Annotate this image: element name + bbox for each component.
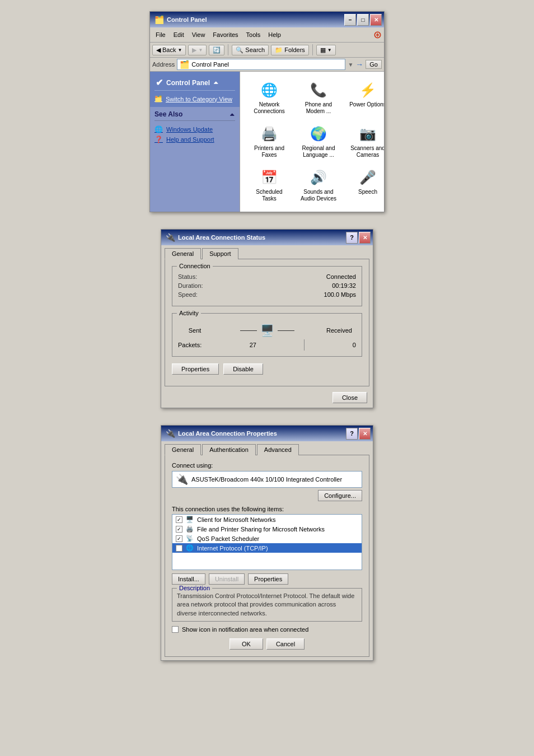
power-options-label: Power Options bbox=[349, 101, 384, 108]
toolbar: ◀ Back ▼ ▶ ▼ 🔄 🔍 Search 📁 Folders ▦ ▼ bbox=[150, 43, 384, 58]
sounds-audio-label: Sounds andAudio Devices bbox=[301, 189, 336, 202]
tab-support[interactable]: Support bbox=[202, 248, 238, 259]
props-properties-button[interactable]: Properties bbox=[248, 573, 288, 585]
tab-general[interactable]: General bbox=[165, 248, 201, 259]
control-panel-title-bar: 🗂️ Control Panel – □ ✕ bbox=[150, 12, 384, 27]
icon-regional-language[interactable]: 🌍 Regional andLanguage ... bbox=[296, 122, 341, 161]
address-bar: Address 🗂️ Control Panel ▼ → Go bbox=[150, 58, 384, 72]
file-printer-checkbox[interactable] bbox=[176, 526, 182, 533]
list-item-qos[interactable]: 📡 QoS Packet Scheduler bbox=[172, 534, 362, 543]
help-support-label: Help and Support bbox=[166, 136, 214, 143]
ok-cancel-row: OK Cancel bbox=[172, 638, 362, 650]
windows-update-label: Windows Update bbox=[166, 126, 213, 133]
switch-view-link[interactable]: 🗂️ Switch to Category View bbox=[154, 94, 235, 104]
go-button[interactable]: Go bbox=[366, 60, 382, 69]
properties-button[interactable]: Properties bbox=[172, 363, 219, 375]
address-input[interactable]: 🗂️ Control Panel bbox=[177, 59, 345, 70]
address-cp-icon: 🗂️ bbox=[180, 60, 189, 69]
status-window-icon: 🔌 bbox=[166, 233, 175, 242]
props-help-button[interactable]: ? bbox=[346, 428, 358, 440]
sent-packets-area: 27 bbox=[250, 342, 256, 348]
icon-network-connections[interactable]: 🌐 NetworkConnections bbox=[247, 78, 292, 118]
items-list[interactable]: 🖥️ Client for Microsoft Networks 🖨️ File… bbox=[172, 514, 362, 570]
icon-scheduled-tasks[interactable]: 📅 ScheduledTasks bbox=[247, 166, 292, 205]
configure-button[interactable]: Configure... bbox=[318, 490, 362, 501]
activity-group-label: Activity bbox=[177, 310, 201, 316]
control-panel-title: Control Panel bbox=[167, 16, 207, 23]
qos-label: QoS Packet Scheduler bbox=[197, 535, 259, 542]
windows-update-link[interactable]: 🌐 Windows Update bbox=[154, 124, 235, 134]
speed-value: 100.0 Mbps bbox=[324, 291, 356, 298]
folders-icon: 📁 bbox=[275, 46, 283, 54]
menu-tools[interactable]: Tools bbox=[243, 30, 264, 39]
client-checkbox[interactable] bbox=[176, 516, 182, 523]
status-label: Status: bbox=[178, 273, 197, 280]
menu-file[interactable]: File bbox=[152, 30, 169, 39]
forward-dropdown-icon: ▼ bbox=[198, 48, 203, 53]
show-icon-checkbox[interactable] bbox=[172, 626, 179, 633]
props-tab-content: Connect using: 🔌 ASUSTeK/Broadcom 440x 1… bbox=[165, 455, 369, 657]
view-button[interactable]: ▦ ▼ bbox=[316, 45, 336, 55]
forward-button[interactable]: ▶ ▼ bbox=[188, 45, 207, 55]
connect-device-display: 🔌 ASUSTeK/Broadcom 440x 10/100 Integrate… bbox=[172, 471, 362, 488]
qos-checkbox[interactable] bbox=[176, 535, 182, 542]
speech-icon: 🎤 bbox=[359, 169, 377, 186]
file-printer-label: File and Printer Sharing for Microsoft N… bbox=[197, 526, 325, 533]
activity-center: 🖥️ bbox=[240, 324, 294, 337]
help-button[interactable]: ? bbox=[346, 232, 358, 244]
cp-body: ✔ Control Panel ⏶ 🗂️ Switch to Category … bbox=[150, 72, 384, 212]
back-button[interactable]: ◀ Back ▼ bbox=[152, 45, 186, 55]
minimize-button[interactable]: – bbox=[344, 14, 356, 26]
restore-button[interactable]: □ bbox=[357, 14, 369, 26]
regional-language-icon: 🌍 bbox=[310, 125, 327, 143]
disable-button[interactable]: Disable bbox=[223, 363, 263, 375]
refresh-button[interactable]: 🔄 bbox=[209, 45, 224, 55]
menu-edit[interactable]: Edit bbox=[170, 30, 188, 39]
activity-header-row: Sent 🖥️ Received bbox=[178, 324, 356, 337]
switch-view-label: Switch to Category View bbox=[166, 96, 232, 102]
description-label: Description bbox=[177, 585, 212, 591]
menu-favorites[interactable]: Favorites bbox=[209, 30, 241, 39]
address-dropdown-icon[interactable]: ▼ bbox=[348, 62, 353, 68]
uninstall-button[interactable]: Uninstall bbox=[209, 573, 245, 585]
tcp-ip-checkbox[interactable] bbox=[176, 545, 182, 552]
status-close-button[interactable]: ✕ bbox=[359, 232, 371, 244]
cp-chevron-icon[interactable]: ⏶ bbox=[213, 80, 219, 86]
search-button[interactable]: 🔍 Search bbox=[232, 45, 269, 55]
status-value: Connected bbox=[326, 273, 356, 280]
connection-group-label: Connection bbox=[177, 263, 213, 269]
icon-speech[interactable]: 🎤 Speech bbox=[345, 166, 384, 205]
props-close-button[interactable]: ✕ bbox=[359, 428, 371, 440]
items-label: This connection uses the following items… bbox=[172, 506, 362, 512]
cp-icons-grid: 🌐 NetworkConnections 📞 Phone andModem ..… bbox=[245, 76, 380, 207]
help-support-link[interactable]: ❓ Help and Support bbox=[154, 134, 235, 144]
list-item-file-printer[interactable]: 🖨️ File and Printer Sharing for Microsof… bbox=[172, 524, 362, 534]
connect-device-name: ASUSTeK/Broadcom 440x 10/100 Integrated … bbox=[191, 476, 342, 483]
icon-scanners-cameras[interactable]: 📷 Scanners andCameras bbox=[345, 122, 384, 161]
close-button[interactable]: ✕ bbox=[370, 14, 382, 26]
icon-power-options[interactable]: ⚡ Power Options bbox=[345, 78, 384, 118]
ok-button[interactable]: OK bbox=[229, 638, 263, 650]
cp-see-also-chevron[interactable]: ⏶ bbox=[229, 111, 235, 118]
close-dialog-button[interactable]: Close bbox=[332, 392, 367, 403]
folders-button[interactable]: 📁 Folders bbox=[271, 45, 309, 55]
activity-group: Activity Sent 🖥️ Received Packets: 27 0 bbox=[172, 313, 362, 357]
tab-props-general[interactable]: General bbox=[165, 444, 201, 455]
menu-view[interactable]: View bbox=[189, 30, 209, 39]
network-connections-icon: 🌐 bbox=[260, 81, 278, 99]
cancel-button[interactable]: Cancel bbox=[266, 638, 305, 650]
list-item-client[interactable]: 🖥️ Client for Microsoft Networks bbox=[172, 515, 362, 524]
back-dropdown-icon: ▼ bbox=[177, 48, 182, 53]
install-button[interactable]: Install... bbox=[172, 573, 205, 585]
status-window: 🔌 Local Area Connection Status ? ✕ Gener… bbox=[161, 229, 373, 408]
list-item-tcp-ip[interactable]: 🌐 Internet Protocol (TCP/IP) bbox=[172, 543, 362, 553]
icon-phone-modem[interactable]: 📞 Phone andModem ... bbox=[296, 78, 341, 118]
address-go-arrow: → bbox=[355, 60, 363, 69]
menu-help[interactable]: Help bbox=[265, 30, 284, 39]
icon-sounds-audio[interactable]: 🔊 Sounds andAudio Devices bbox=[296, 166, 341, 205]
tab-props-advanced[interactable]: Advanced bbox=[257, 444, 299, 455]
icon-printers-faxes[interactable]: 🖨️ Printers andFaxes bbox=[247, 122, 292, 161]
tab-props-auth[interactable]: Authentication bbox=[202, 444, 256, 455]
folders-label: Folders bbox=[284, 46, 305, 53]
speech-label: Speech bbox=[358, 189, 377, 195]
